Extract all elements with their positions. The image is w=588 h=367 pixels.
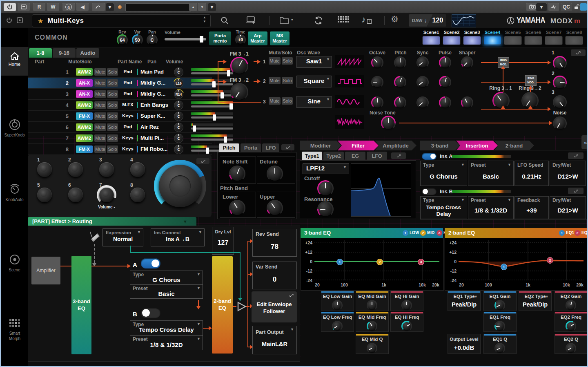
part-mute-button[interactable]: Mute: [94, 101, 106, 109]
part-volume-handle[interactable]: [224, 137, 227, 143]
knob-panel-expand-button[interactable]: [196, 158, 209, 164]
switch-interface-button[interactable]: a: [62, 3, 75, 11]
routing-collapse-arrow[interactable]: ▼: [183, 219, 187, 224]
part-row-7[interactable]: 7AWM2MuteSoloKeysMulti Pi...C: [28, 133, 212, 144]
assignable-knob-6[interactable]: [68, 188, 83, 202]
part-solo-button[interactable]: Solo: [107, 90, 118, 98]
insA-expand-button[interactable]: [568, 152, 584, 159]
tab-parts-1-8[interactable]: 1-8: [29, 48, 52, 58]
osc3-solo-button[interactable]: Solo: [282, 97, 293, 105]
eq-low-gain-knob[interactable]: [332, 300, 343, 311]
pitch-expand-button[interactable]: [281, 144, 294, 150]
var-send-field[interactable]: Var Send0: [252, 262, 297, 289]
routing-insB-type-select[interactable]: Type▼Tempo Cross Delay: [130, 320, 203, 336]
part-mute-button[interactable]: Mute: [94, 68, 106, 76]
osc2-level-knob[interactable]: [553, 76, 567, 90]
part-row-6[interactable]: 6AWM2MuteSoloPadAir RezC: [28, 122, 212, 133]
standby-icon[interactable]: [6, 17, 12, 23]
eq3-band1-marker[interactable]: 1: [336, 259, 343, 265]
folder-dropdown-arrow[interactable]: ▾: [291, 18, 293, 22]
search-icon[interactable]: [220, 16, 229, 25]
sidebar-item-scene[interactable]: Scene: [1, 254, 28, 272]
assignable-knob-1[interactable]: [37, 162, 52, 177]
part-name[interactable]: FM Robo...: [140, 146, 174, 152]
osc3-wave-select[interactable]: Sine▼: [296, 96, 332, 108]
channel-color-swatch[interactable]: [580, 3, 587, 11]
write-automation-button[interactable]: W: [47, 3, 59, 11]
eq2-type-box[interactable]: EQ2 Type▼Peak/Dip: [519, 291, 552, 311]
scene-button-1[interactable]: Scene1: [422, 30, 440, 45]
eq2-band1-marker[interactable]: 1: [501, 264, 507, 270]
eq2-gain-box[interactable]: EQ2 Gain: [555, 291, 588, 311]
filter-type-select[interactable]: LPF12▼: [303, 163, 349, 174]
part-volume-handle[interactable]: [193, 125, 196, 132]
resonance-knob[interactable]: [317, 201, 334, 217]
note-shift-knob[interactable]: [229, 166, 245, 182]
part-pan-knob[interactable]: C: [174, 101, 183, 110]
part-solo-button[interactable]: Solo: [107, 68, 118, 76]
part-row-8[interactable]: 8FM-XMuteSoloKeysFM Robo...C: [28, 144, 212, 155]
preset-browser-dropdown[interactable]: ▾: [208, 3, 216, 11]
part-row-3[interactable]: 3AN-XMuteSoloPadMildly G...R14: [28, 89, 212, 100]
eq3-mid-gain-box[interactable]: EQ Mid Gain: [356, 291, 389, 311]
ms-master-button[interactable]: MS Master: [270, 31, 290, 45]
part-row-2[interactable]: 2AN-XMuteSoloPadMildly G...L16: [28, 78, 212, 89]
part-mute-button[interactable]: Mute: [94, 79, 106, 87]
fm3to1-knob[interactable]: [230, 57, 248, 75]
arp-master-button[interactable]: Arp Master: [248, 31, 267, 45]
part-mute-button[interactable]: Mute: [94, 145, 106, 153]
portamento-button[interactable]: Porta mento: [209, 31, 231, 45]
part-pan-knob[interactable]: C: [174, 67, 183, 77]
part-pan-knob[interactable]: L16: [174, 78, 183, 88]
part-solo-button[interactable]: Solo: [107, 123, 118, 131]
insB-param1-field[interactable]: Feedback+39: [514, 196, 549, 219]
part-mute-button[interactable]: Mute: [94, 123, 106, 131]
part-row-5[interactable]: 5FM-XMuteSoloKeysSuper K...C: [28, 111, 212, 122]
eq-low-freq-knob[interactable]: [332, 321, 343, 331]
filter-expand-button[interactable]: [391, 152, 406, 159]
rev-send-knob[interactable]: 64: [117, 34, 128, 45]
rev-send-field[interactable]: Rev Send78: [252, 229, 297, 257]
part-output-select[interactable]: Part Output▼MainL&R: [252, 326, 297, 354]
part-row-1[interactable]: 1AWM2MuteSoloPadMain PadC: [28, 67, 212, 78]
osc3-sync-knob[interactable]: [416, 96, 429, 109]
insB-drywet-field[interactable]: Dry/WetD21>W: [550, 196, 586, 219]
part-mute-button[interactable]: Mute: [94, 134, 106, 142]
detune-knob[interactable]: [267, 166, 283, 182]
osc3-mute-button[interactable]: Mute: [269, 97, 281, 105]
osc1-level-knob[interactable]: [553, 56, 567, 70]
utility-icon[interactable]: [17, 17, 23, 23]
assignable-knob-7[interactable]: [99, 188, 114, 202]
snapshot-dropdown[interactable]: ▾: [536, 3, 547, 11]
common-label[interactable]: COMMON: [35, 34, 68, 41]
assignable-knob-4[interactable]: [130, 162, 145, 177]
eq2-band2-marker[interactable]: 2: [547, 257, 553, 264]
part-volume-track[interactable]: [191, 116, 233, 119]
tab-modifier[interactable]: Modifier: [300, 141, 341, 150]
scene-button-6[interactable]: Scene6: [524, 30, 542, 45]
eq-mid-q-knob[interactable]: [367, 343, 377, 354]
noise-tone-knob[interactable]: [381, 116, 396, 130]
assignable-knob-2[interactable]: [68, 162, 83, 177]
part-name[interactable]: Enh Bangs: [140, 102, 174, 108]
scene-button-3[interactable]: Scene3: [463, 30, 481, 45]
part-volume-track[interactable]: [191, 128, 233, 130]
eq1-q-box[interactable]: EQ1 Q: [483, 334, 517, 354]
eq3-hi-freq-box[interactable]: EQ Hi Freq: [390, 312, 423, 332]
tab-parts-9-16[interactable]: 9-16: [53, 48, 76, 58]
osc3-pitch-knob[interactable]: [394, 96, 406, 109]
part-volume-handle[interactable]: [213, 114, 216, 121]
part-name[interactable]: Mildly G...: [140, 91, 174, 97]
osc1-octave-knob[interactable]: [371, 56, 383, 69]
eq2-q-box[interactable]: EQ2 Q: [555, 334, 588, 354]
osc1-solo-button[interactable]: Solo: [282, 57, 293, 65]
cutoff-knob[interactable]: [317, 180, 334, 197]
dry-level-field[interactable]: Dry Lvl127: [212, 227, 234, 255]
osc2-mute-button[interactable]: Mute: [269, 77, 281, 84]
insA-param1-field[interactable]: LFO Speed0.21Hz: [514, 161, 549, 186]
read-automation-button[interactable]: R: [33, 3, 45, 11]
insB-expand-button[interactable]: [568, 188, 584, 194]
part-pan-knob[interactable]: R14: [174, 90, 183, 99]
part-volume-handle[interactable]: [220, 92, 224, 98]
eq2-q-knob[interactable]: [566, 343, 576, 354]
